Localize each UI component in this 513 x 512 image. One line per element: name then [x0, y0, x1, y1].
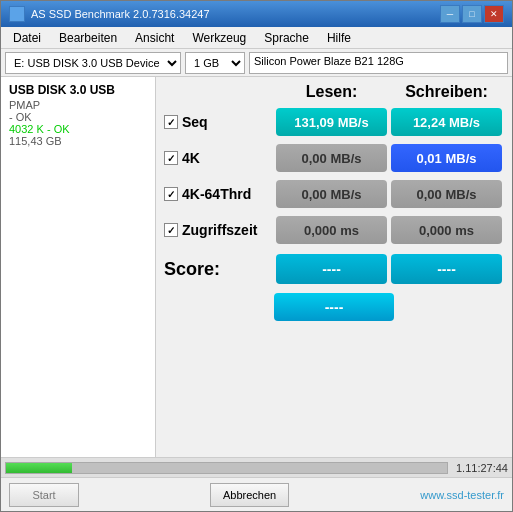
menu-datei[interactable]: Datei — [5, 29, 49, 46]
progress-time: 1.11:27:44 — [456, 462, 508, 474]
access-text: Zugriffszeit — [182, 222, 257, 238]
score-label: Score: — [164, 259, 274, 280]
status1: - OK — [9, 111, 147, 123]
score-total-row: ---- — [164, 293, 504, 321]
window-controls: ─ □ ✕ — [440, 5, 504, 23]
window-title: AS SSD Benchmark 2.0.7316.34247 — [31, 8, 210, 20]
seq-checkbox[interactable]: ✓ — [164, 115, 178, 129]
access-lesen: 0,000 ms — [276, 216, 387, 244]
right-panel: Lesen: Schreiben: ✓ Seq 131,09 MB/s 12,2… — [156, 77, 512, 457]
progress-bar-bg — [5, 462, 448, 474]
close-button[interactable]: ✕ — [484, 5, 504, 23]
watermark: www.ssd-tester.fr — [420, 489, 504, 501]
access-label: ✓ Zugriffszeit — [164, 222, 274, 238]
menu-ansicht[interactable]: Ansicht — [127, 29, 182, 46]
4k-schreiben: 0,01 MB/s — [391, 144, 502, 172]
maximize-button[interactable]: □ — [462, 5, 482, 23]
left-panel: USB DISK 3.0 USB PMAP - OK 4032 K - OK 1… — [1, 77, 156, 457]
4k64-schreiben: 0,00 MB/s — [391, 180, 502, 208]
main-content: USB DISK 3.0 USB PMAP - OK 4032 K - OK 1… — [1, 77, 512, 457]
4k-row: ✓ 4K 0,00 MB/s 0,01 MB/s — [164, 141, 504, 175]
main-window: AS SSD Benchmark 2.0.7316.34247 ─ □ ✕ Da… — [0, 0, 513, 512]
seq-row: ✓ Seq 131,09 MB/s 12,24 MB/s — [164, 105, 504, 139]
seq-text: Seq — [182, 114, 208, 130]
cancel-button[interactable]: Abbrechen — [210, 483, 289, 507]
schreiben-header: Schreiben: — [389, 83, 504, 101]
menu-bar: Datei Bearbeiten Ansicht Werkzeug Sprach… — [1, 27, 512, 49]
drive-name: USB DISK 3.0 USB — [9, 83, 147, 97]
progress-area: 1.11:27:44 — [1, 457, 512, 477]
lesen-header: Lesen: — [274, 83, 389, 101]
start-button[interactable]: Start — [9, 483, 79, 507]
menu-hilfe[interactable]: Hilfe — [319, 29, 359, 46]
4k64-label: ✓ 4K-64Thrd — [164, 186, 274, 202]
access-row: ✓ Zugriffszeit 0,000 ms 0,000 ms — [164, 213, 504, 247]
seq-label: ✓ Seq — [164, 114, 274, 130]
drive-select[interactable]: E: USB DISK 3.0 USB Device — [5, 52, 181, 74]
4k-checkbox[interactable]: ✓ — [164, 151, 178, 165]
score-total: ---- — [274, 293, 394, 321]
4k64-text: 4K-64Thrd — [182, 186, 251, 202]
4k64-row: ✓ 4K-64Thrd 0,00 MB/s 0,00 MB/s — [164, 177, 504, 211]
bench-header: Lesen: Schreiben: — [164, 83, 504, 101]
seq-lesen: 131,09 MB/s — [276, 108, 387, 136]
4k64-checkbox[interactable]: ✓ — [164, 187, 178, 201]
4k64-lesen: 0,00 MB/s — [276, 180, 387, 208]
4k-label: ✓ 4K — [164, 150, 274, 166]
menu-sprache[interactable]: Sprache — [256, 29, 317, 46]
menu-werkzeug[interactable]: Werkzeug — [184, 29, 254, 46]
minimize-button[interactable]: ─ — [440, 5, 460, 23]
status2: 4032 K - OK — [9, 123, 147, 135]
seq-schreiben: 12,24 MB/s — [391, 108, 502, 136]
title-bar-left: AS SSD Benchmark 2.0.7316.34247 — [9, 6, 210, 22]
pmap-label: PMAP — [9, 99, 147, 111]
score-schreiben: ---- — [391, 254, 502, 284]
app-icon — [9, 6, 25, 22]
capacity: 115,43 GB — [9, 135, 147, 147]
title-bar: AS SSD Benchmark 2.0.7316.34247 ─ □ ✕ — [1, 1, 512, 27]
drive-info: Silicon Power Blaze B21 128G — [249, 52, 508, 74]
size-select[interactable]: 1 GB — [185, 52, 245, 74]
4k-lesen: 0,00 MB/s — [276, 144, 387, 172]
access-checkbox[interactable]: ✓ — [164, 223, 178, 237]
toolbar: E: USB DISK 3.0 USB Device 1 GB Silicon … — [1, 49, 512, 77]
progress-bar-fill — [6, 463, 72, 473]
access-schreiben: 0,000 ms — [391, 216, 502, 244]
score-row: Score: ---- ---- — [164, 251, 504, 287]
bottom-bar: Start Abbrechen www.ssd-tester.fr — [1, 477, 512, 511]
menu-bearbeiten[interactable]: Bearbeiten — [51, 29, 125, 46]
4k-text: 4K — [182, 150, 200, 166]
score-lesen: ---- — [276, 254, 387, 284]
